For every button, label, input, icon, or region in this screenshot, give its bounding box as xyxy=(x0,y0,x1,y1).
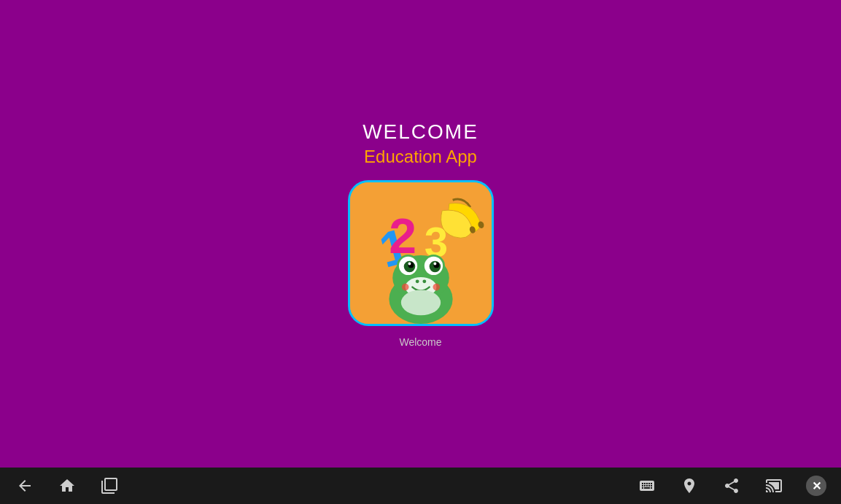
app-icon[interactable]: 1 2 3 xyxy=(348,180,494,326)
app-subtitle: Education App xyxy=(364,147,477,167)
svg-point-19 xyxy=(401,283,408,290)
cast-button[interactable] xyxy=(764,476,784,496)
share-button[interactable] xyxy=(721,476,742,496)
nav-bar: ✕ xyxy=(0,468,841,504)
welcome-label: Welcome xyxy=(399,336,441,348)
svg-point-17 xyxy=(433,262,436,265)
home-button[interactable] xyxy=(57,476,77,496)
svg-point-21 xyxy=(415,279,419,283)
location-button[interactable] xyxy=(679,476,699,496)
close-button[interactable]: ✕ xyxy=(806,476,826,496)
svg-point-12 xyxy=(408,262,411,265)
app-icon-svg: 1 2 3 xyxy=(350,182,492,324)
welcome-title: WELCOME xyxy=(363,120,478,144)
main-content: WELCOME Education App 1 xyxy=(0,0,841,468)
back-button[interactable] xyxy=(15,476,35,496)
keyboard-button[interactable] xyxy=(637,476,657,496)
svg-text:2: 2 xyxy=(389,209,416,263)
svg-point-22 xyxy=(422,279,426,283)
svg-point-23 xyxy=(400,290,440,315)
svg-point-20 xyxy=(433,283,440,290)
recents-button[interactable] xyxy=(99,476,120,496)
